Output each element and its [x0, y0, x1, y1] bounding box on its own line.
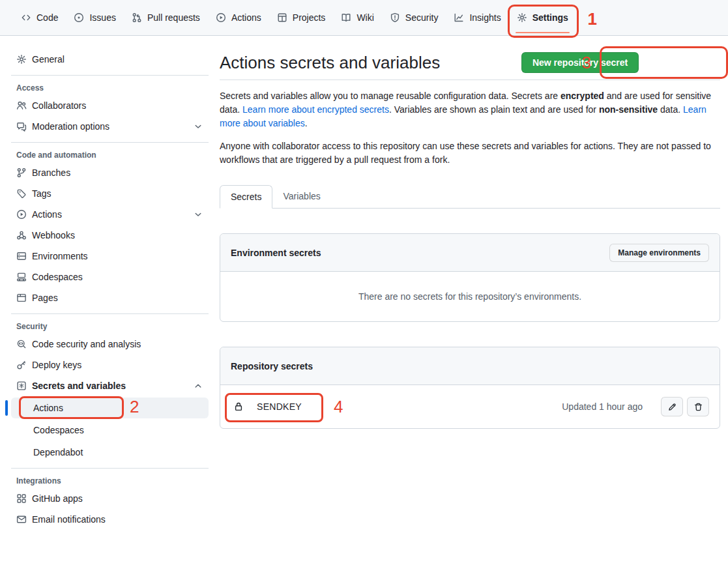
sidebar-item-label: Actions — [32, 209, 188, 220]
settings-sidebar: General Access Collaborators Moderation … — [0, 36, 220, 530]
sidebar-item-label: Dependabot — [33, 447, 83, 457]
sidebar-item-webhooks[interactable]: Webhooks — [11, 225, 209, 246]
graph-icon — [454, 12, 464, 23]
chevron-up-icon — [193, 381, 203, 391]
new-repository-secret-button[interactable]: New repository secret — [521, 52, 639, 73]
annotation-number-1: 1 — [587, 10, 596, 27]
delete-secret-button[interactable] — [687, 397, 709, 416]
git-branch-icon — [16, 167, 27, 178]
gear-icon — [517, 12, 527, 23]
sidebar-item-moderation-options[interactable]: Moderation options — [11, 116, 209, 137]
sidebar-item-label: Code security and analysis — [32, 339, 141, 349]
server-icon — [16, 251, 27, 261]
sidebar-item-label: Actions — [33, 403, 63, 413]
sidebar-item-environments[interactable]: Environments — [11, 246, 209, 267]
sidebar-item-email-notifications[interactable]: Email notifications — [11, 509, 209, 530]
sidebar-item-label: Deploy keys — [32, 360, 81, 370]
codespaces-icon — [16, 272, 27, 282]
tab-label: Code — [36, 12, 58, 23]
play-icon — [216, 12, 226, 23]
secrets-variables-tabs: Secrets Variables — [220, 185, 720, 209]
intro-paragraph-1: Secrets and variables allow you to manag… — [220, 89, 720, 130]
tab-actions[interactable]: Actions — [208, 0, 269, 35]
sidebar-item-label: Codespaces — [33, 425, 84, 435]
gear-icon — [16, 54, 27, 65]
code-icon — [21, 12, 31, 23]
sidebar-item-label: Collaborators — [32, 100, 86, 111]
mail-icon — [16, 514, 27, 525]
sidebar-item-label: GitHub apps — [32, 493, 83, 504]
sidebar-item-label: General — [32, 54, 65, 65]
tab-variables[interactable]: Variables — [272, 185, 330, 208]
tab-code[interactable]: Code — [13, 0, 66, 35]
secret-identifier: SENDKEY 4 — [231, 401, 302, 412]
tab-pull-requests[interactable]: Pull requests — [124, 0, 208, 35]
secret-name: SENDKEY — [257, 401, 302, 412]
annotation-number-2: 2 — [130, 398, 139, 415]
sidebar-divider — [11, 75, 209, 76]
github-settings-page: Code Issues Pull requests Actions Projec… — [0, 0, 728, 565]
codescan-icon — [16, 339, 27, 349]
issue-opened-icon — [74, 12, 84, 23]
tab-label: Projects — [293, 12, 326, 23]
play-icon — [16, 209, 27, 220]
chevron-down-icon — [193, 121, 203, 132]
intro-bold-non-sensitive: non-sensitive — [599, 104, 658, 115]
tab-label: Settings — [532, 12, 568, 23]
main-content: Actions secrets and variables New reposi… — [220, 36, 728, 429]
sidebar-subitem-codespaces[interactable]: Codespaces — [11, 420, 209, 441]
sidebar-item-label: Moderation options — [32, 121, 188, 132]
browser-icon — [16, 293, 27, 303]
sidebar-item-code-security[interactable]: Code security and analysis — [11, 334, 209, 355]
sidebar-item-collaborators[interactable]: Collaborators — [11, 95, 209, 116]
intro-paragraph-2: Anyone with collaborator access to this … — [220, 139, 720, 167]
sidebar-item-tags[interactable]: Tags — [11, 183, 209, 204]
intro-text-segment: data. — [658, 104, 683, 115]
tab-label: Security — [405, 12, 439, 23]
edit-secret-button[interactable] — [661, 397, 683, 416]
sidebar-divider — [11, 142, 209, 143]
link-learn-more-encrypted-secrets[interactable]: Learn more about encrypted secrets — [242, 104, 389, 115]
tab-label: Insights — [469, 12, 501, 23]
sidebar-item-deploy-keys[interactable]: Deploy keys — [11, 355, 209, 375]
sidebar-item-github-apps[interactable]: GitHub apps — [11, 488, 209, 509]
sidebar-item-label: Pages — [32, 293, 58, 303]
tab-label: Actions — [231, 12, 261, 23]
shield-icon — [390, 12, 400, 23]
sidebar-subitem-actions[interactable]: Actions 2 — [11, 398, 209, 418]
tab-wiki[interactable]: Wiki — [333, 0, 381, 35]
sidebar-item-secrets-and-variables[interactable]: Secrets and variables — [11, 375, 209, 396]
manage-environments-button[interactable]: Manage environments — [609, 244, 709, 262]
tab-label: Wiki — [357, 12, 373, 23]
sidebar-item-actions[interactable]: Actions — [11, 204, 209, 225]
tab-projects[interactable]: Projects — [269, 0, 334, 35]
sidebar-item-label: Codespaces — [32, 272, 83, 282]
project-icon — [277, 12, 287, 23]
sidebar-item-label: Environments — [32, 251, 88, 261]
tab-secrets[interactable]: Secrets — [220, 185, 272, 209]
sidebar-item-label: Secrets and variables — [32, 381, 188, 391]
sidebar-item-general[interactable]: General — [11, 49, 209, 70]
environment-secrets-header: Environment secrets Manage environments — [220, 234, 720, 272]
sidebar-item-pages[interactable]: Pages — [11, 287, 209, 308]
tab-settings[interactable]: Settings 1 — [509, 0, 576, 35]
tab-insights[interactable]: Insights — [446, 0, 508, 35]
sidebar-item-label: Email notifications — [32, 514, 106, 525]
page-header: Actions secrets and variables New reposi… — [220, 52, 720, 80]
intro-bold-encrypted: encrypted — [561, 91, 604, 101]
tab-issues[interactable]: Issues — [66, 0, 123, 35]
sidebar-subitem-dependabot[interactable]: Dependabot — [11, 442, 209, 463]
intro-text-segment: . Variables are shown as plain text and … — [389, 104, 599, 115]
sidebar-item-label: Webhooks — [32, 230, 75, 240]
sidebar-section-title: Security — [11, 319, 209, 334]
webhook-icon — [16, 230, 27, 240]
active-tab-underline — [516, 32, 570, 33]
environment-secrets-box: Environment secrets Manage environments … — [220, 233, 720, 322]
sidebar-item-codespaces[interactable]: Codespaces — [11, 267, 209, 287]
sidebar-section-title: Code and automation — [11, 148, 209, 162]
git-pull-request-icon — [132, 12, 142, 23]
tab-label: Pull requests — [147, 12, 200, 23]
sidebar-item-branches[interactable]: Branches — [11, 162, 209, 183]
tab-security[interactable]: Security — [382, 0, 446, 35]
intro-text: Secrets and variables allow you to manag… — [220, 89, 720, 167]
